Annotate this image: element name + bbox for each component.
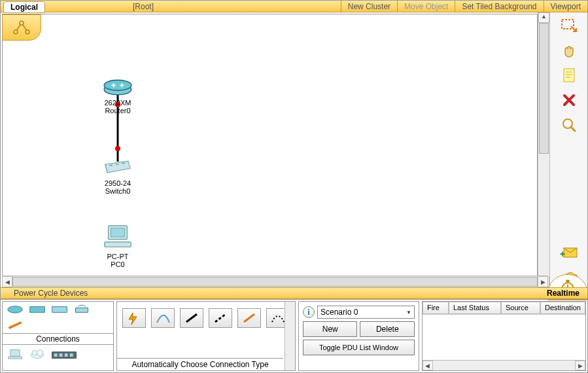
delete-scenario-button[interactable]: Delete xyxy=(360,321,414,337)
device-model-label: 2620XM xyxy=(101,99,135,107)
scroll-thumb[interactable] xyxy=(12,277,538,287)
svg-rect-23 xyxy=(10,350,20,357)
svg-point-7 xyxy=(104,80,131,90)
power-cycle-devices-button[interactable]: Power Cycle Devices xyxy=(1,289,88,298)
topology-canvas[interactable]: 2620XM Router0 2950-24 Switch0 xyxy=(3,14,537,287)
col-fire[interactable]: Fire xyxy=(423,302,449,314)
info-icon[interactable]: i xyxy=(303,306,315,318)
svg-rect-21 xyxy=(52,307,67,313)
scroll-right-icon[interactable]: ▶ xyxy=(575,361,585,370)
scenario-select[interactable]: Scenario 0 ▼ xyxy=(317,306,415,319)
link-router-switch xyxy=(3,14,537,287)
logical-tab[interactable]: Logical xyxy=(3,1,45,13)
workspace[interactable]: 2620XM Router0 2950-24 Switch0 xyxy=(2,14,538,287)
col-destination[interactable]: Destination xyxy=(540,302,585,314)
svg-rect-32 xyxy=(70,353,73,357)
device-model-label: PC-PT xyxy=(101,253,135,260)
pdu-list-scrollbar[interactable]: ◀ ▶ xyxy=(423,360,585,370)
workspace-horizontal-scrollbar[interactable]: ◀ ▶ xyxy=(2,275,548,287)
svg-rect-31 xyxy=(65,353,68,357)
envelope-plus-icon: + xyxy=(560,247,578,260)
switches-category-icon[interactable] xyxy=(29,304,46,315)
svg-rect-22 xyxy=(75,308,88,312)
hand-icon xyxy=(561,43,577,58)
note-icon xyxy=(562,67,576,83)
svg-rect-18 xyxy=(566,280,569,282)
magnifier-icon xyxy=(561,117,577,133)
connections-category-icon[interactable] xyxy=(7,320,24,330)
device-pc0[interactable]: PC-PT PC0 xyxy=(101,224,135,268)
connection-description: Automatically Choose Connection Type xyxy=(117,358,283,370)
col-source[interactable]: Source xyxy=(501,302,540,314)
routers-category-icon[interactable] xyxy=(7,304,24,315)
hand-tool[interactable] xyxy=(559,41,579,60)
svg-point-5 xyxy=(115,146,120,151)
select-tool[interactable] xyxy=(559,16,579,35)
pdu-list-header: Fire Last Status Source Destination xyxy=(423,302,585,315)
copper-cross-button[interactable] xyxy=(209,308,232,328)
set-tiled-background-button[interactable]: Set Tiled Background xyxy=(455,1,543,12)
curve-icon xyxy=(155,311,171,325)
bottom-panels: Connections Automatically Choose Connect… xyxy=(1,299,587,372)
app-window: Logical [Root] New Cluster Move Object S… xyxy=(0,0,588,373)
col-last-status[interactable]: Last Status xyxy=(449,302,501,314)
toggle-pdu-list-button[interactable]: Toggle PDU List Window xyxy=(303,340,415,355)
svg-rect-20 xyxy=(30,307,45,313)
svg-point-26 xyxy=(32,350,37,355)
realtime-label: Realtime xyxy=(547,289,587,298)
svg-rect-12 xyxy=(564,69,574,82)
svg-rect-10 xyxy=(105,242,131,247)
scroll-left-icon[interactable]: ◀ xyxy=(423,361,433,370)
category-title: Connections xyxy=(3,333,113,345)
svg-rect-9 xyxy=(111,228,124,237)
main-area: 2620XM Router0 2950-24 Switch0 xyxy=(1,12,587,287)
device-switch0[interactable]: 2950-24 Switch0 xyxy=(99,157,136,195)
zoom-tool[interactable] xyxy=(559,116,579,134)
breadcrumb-root[interactable]: [Root] xyxy=(45,2,241,11)
svg-point-27 xyxy=(37,350,43,357)
router-icon xyxy=(102,77,133,96)
console-cable-button[interactable] xyxy=(151,308,175,328)
scenario-panel: i Scenario 0 ▼ New Delete Toggle PDU Lis… xyxy=(298,301,419,371)
dashed-line-icon xyxy=(213,311,228,325)
fiber-button[interactable] xyxy=(237,308,261,328)
workspace-vertical-scrollbar[interactable]: ▲ ▼ xyxy=(538,12,549,287)
delete-tool[interactable] xyxy=(559,91,579,109)
scroll-left-icon[interactable]: ◀ xyxy=(2,276,12,287)
top-toolbar: Logical [Root] New Cluster Move Object S… xyxy=(1,1,587,12)
scroll-up-icon[interactable]: ▲ xyxy=(538,12,549,23)
move-object-button: Move Object xyxy=(397,1,455,12)
bolt-icon xyxy=(126,311,142,325)
new-cluster-button[interactable]: New Cluster xyxy=(341,1,397,12)
svg-rect-24 xyxy=(9,357,22,359)
hubs-category-icon[interactable] xyxy=(51,304,68,315)
note-tool[interactable] xyxy=(559,66,579,84)
multiuser-icon[interactable] xyxy=(51,347,77,361)
wireless-category-icon[interactable] xyxy=(73,304,90,315)
category-row xyxy=(3,302,113,333)
device-name-label: PC0 xyxy=(101,260,135,268)
end-devices-icon[interactable] xyxy=(7,349,24,359)
new-scenario-button[interactable]: New xyxy=(303,321,357,337)
device-router0[interactable]: 2620XM Router0 xyxy=(101,77,135,115)
scroll-right-icon[interactable]: ▶ xyxy=(538,276,548,287)
cloud-icon[interactable] xyxy=(29,349,46,359)
dotted-curve-icon xyxy=(270,311,286,325)
viewport-button[interactable]: Viewport xyxy=(544,1,587,12)
svg-point-19 xyxy=(8,306,23,313)
copper-straight-button[interactable] xyxy=(180,308,203,328)
svg-rect-29 xyxy=(54,353,58,357)
panel-scrollbar[interactable] xyxy=(285,302,295,370)
device-name-label: Switch0 xyxy=(99,187,136,195)
add-simple-pdu-tool[interactable]: + xyxy=(559,244,579,262)
subcategory-row xyxy=(3,345,113,363)
svg-text:+: + xyxy=(560,249,565,259)
connection-types-panel: Automatically Choose Connection Type xyxy=(116,301,296,371)
pc-icon xyxy=(102,224,133,250)
device-category-panel: Connections xyxy=(2,301,114,371)
solid-line-icon xyxy=(184,311,199,325)
svg-rect-30 xyxy=(60,353,63,357)
scroll-thumb[interactable] xyxy=(539,23,549,154)
auto-connect-button[interactable] xyxy=(122,308,146,328)
right-toolbox: + + xyxy=(549,12,587,287)
